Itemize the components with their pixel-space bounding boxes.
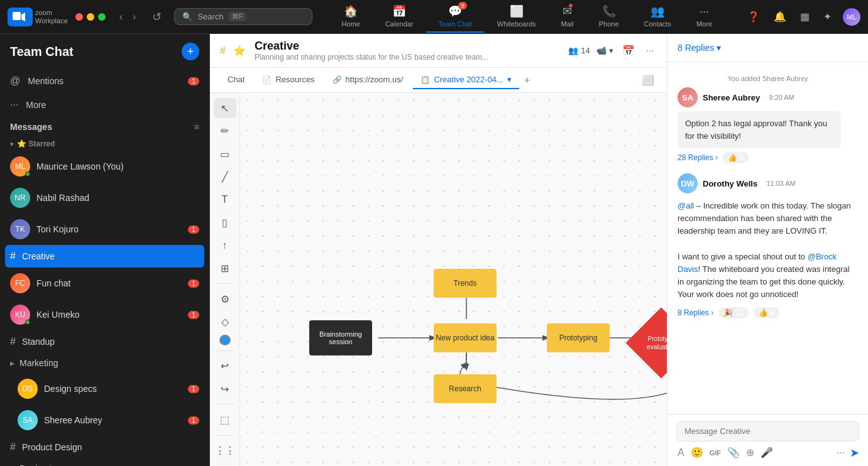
sidebar-item-kei[interactable]: KU Kei Umeko 1 — [0, 299, 209, 330]
attachment-button[interactable]: 📎 — [726, 445, 741, 460]
sidebar-folder-design-team[interactable]: ▸ Design team — [0, 458, 209, 466]
tab-whiteboard[interactable]: 📋 Creative 2022-04... ▾ — [413, 71, 519, 89]
tools-panel: ↖ ✏ ▭ ╱ T ▯ ↑ ⊞ ⚙ ◇ ↩ ↪ ⬚ ⋮⋮ — [210, 93, 240, 466]
tab-contacts[interactable]: 👥 Contacts — [632, 1, 684, 33]
sidebar-item-creative[interactable]: # Creative — [5, 245, 204, 268]
send-button[interactable]: ➤ — [850, 446, 859, 460]
tab-more-label: More — [696, 20, 712, 28]
research-node[interactable]: Research — [434, 374, 497, 403]
back-button[interactable]: ‹ — [116, 9, 126, 25]
layout-button[interactable]: ▦ — [798, 8, 812, 25]
product-design-hash: # — [10, 442, 16, 453]
expand-button[interactable]: ⬜ — [639, 72, 657, 89]
upload-tool[interactable]: ↑ — [214, 235, 236, 255]
table-tool[interactable]: ⊞ — [214, 258, 236, 278]
sidebar-item-product-design[interactable]: # Product Design — [0, 436, 209, 458]
tab-phone[interactable]: 📞 Phone — [586, 1, 632, 33]
line-tool[interactable]: ╱ — [214, 166, 236, 187]
mention-button[interactable]: ⊕ — [745, 445, 755, 460]
resources-label: Resources — [275, 75, 314, 84]
people-icon: 👥 — [568, 46, 578, 55]
smart-tool[interactable]: ⚙ — [214, 289, 236, 309]
prototyping-node[interactable]: Prototyping — [547, 323, 610, 352]
close-dot[interactable] — [75, 13, 83, 21]
thread-message: DW Dorothy Wells 11:03 AM @all – Incredi… — [678, 173, 858, 318]
sidebar-item-nabil[interactable]: NR Nabil Rashad — [0, 182, 209, 214]
sidebar-item-maurice[interactable]: ML Maurice Lawson (You) — [0, 151, 209, 182]
tab-team-chat[interactable]: 💬8 Team Chat — [426, 1, 485, 33]
redo-button[interactable]: ↪ — [214, 379, 236, 399]
shape-tool[interactable]: ◇ — [214, 312, 236, 332]
sidebar-item-fun-chat[interactable]: FC Fun chat 1 — [0, 268, 209, 299]
tori-avatar: TK — [10, 219, 30, 239]
sidebar-item-name: Tori Kojuro — [36, 224, 182, 234]
standup-hash-icon: # — [10, 336, 16, 347]
sidebar-item-more[interactable]: ··· More — [0, 93, 209, 117]
undo-button[interactable]: ↩ — [214, 355, 236, 376]
brainstorm-node[interactable]: Brainstorming session — [309, 320, 372, 355]
replies-toggle-button[interactable]: 8 Replies ▾ — [678, 43, 721, 53]
tab-calendar[interactable]: 📅 Calendar — [373, 1, 426, 33]
sidebar-item-mentions[interactable]: @ Mentions 1 — [0, 69, 209, 93]
format-button[interactable]: A — [676, 446, 686, 460]
starred-section[interactable]: ▾ ⭐ Starred — [0, 134, 209, 151]
new-product-node[interactable]: New product idea — [434, 323, 497, 352]
thread-replies-button-2[interactable]: 8 Replies › — [678, 308, 713, 317]
add-tab-button[interactable]: + — [524, 75, 530, 86]
tab-mail[interactable]: ✉ Mail — [549, 1, 586, 33]
minimize-dot[interactable] — [87, 13, 94, 21]
frames-button[interactable]: ⬚ — [214, 409, 236, 430]
filter-button[interactable]: ≡ — [194, 122, 199, 132]
reaction-fire[interactable]: 👍 6 — [754, 307, 779, 318]
tab-chat[interactable]: Chat — [220, 71, 252, 89]
sidebar-item-standup[interactable]: # Standup — [0, 330, 209, 353]
maximize-dot[interactable] — [98, 13, 106, 21]
thread-reactions: 8 Replies › 🎉 12 👍 6 — [678, 307, 858, 318]
thread-message-text: @all – Incredible work on this today. Th… — [678, 197, 858, 303]
tab-more[interactable]: ··· More — [684, 1, 725, 33]
video-button[interactable]: 📹 ▾ — [596, 46, 613, 55]
rect-tool[interactable]: ▭ — [214, 144, 236, 164]
trends-node[interactable]: Trends — [434, 269, 497, 298]
user-avatar[interactable]: ML — [843, 8, 860, 26]
forward-button[interactable]: › — [129, 9, 140, 25]
contacts-icon: 👥 — [651, 4, 664, 18]
ai-button[interactable]: ✦ — [821, 8, 834, 25]
main-nav: 🏠 Home 📅 Calendar 💬8 Team Chat ⬜ Whitebo… — [329, 1, 725, 33]
canvas-area[interactable]: Yes No Brainstorming s — [240, 93, 667, 466]
draw-tool[interactable]: ✏ — [214, 121, 236, 141]
message-input[interactable] — [676, 421, 859, 442]
tab-whiteboards[interactable]: ⬜ Whiteboards — [485, 1, 549, 33]
tab-link[interactable]: 🔗 https://zoom.us/ — [325, 71, 411, 89]
new-chat-button[interactable]: + — [182, 43, 199, 60]
more-toolbar-button[interactable]: ··· — [835, 446, 846, 460]
audio-button[interactable]: 🎤 — [759, 445, 774, 460]
sidebar-item-sheree[interactable]: SA Sheree Aubrey 1 — [0, 404, 209, 436]
sticky-tool[interactable]: ▯ — [214, 212, 236, 232]
reaction-party[interactable]: 🎉 12 — [718, 307, 749, 318]
search-bar[interactable]: 🔍 Search ⌘F — [174, 8, 312, 25]
whiteboard-tab-icon: 📋 — [420, 75, 430, 84]
more-options-button[interactable]: ··· — [644, 43, 657, 59]
gif-button[interactable]: GIF — [708, 448, 722, 458]
select-tool[interactable]: ↖ — [214, 98, 236, 118]
more-tools-button[interactable]: ⋮⋮ — [214, 441, 236, 461]
sidebar-item-tori[interactable]: TK Tori Kojuro 1 — [0, 214, 209, 245]
calendar-event-button[interactable]: 📅 — [620, 42, 637, 59]
notifications-button[interactable]: 🔔 — [771, 8, 789, 25]
sidebar-folder-marketing[interactable]: ▸ Marketing — [0, 353, 209, 373]
tab-home[interactable]: 🏠 Home — [329, 1, 373, 33]
tab-resources[interactable]: 📄 Resources — [255, 71, 322, 89]
reaction-thumb[interactable]: 👍 8 — [723, 152, 749, 163]
thread-replies-button[interactable]: 28 Replies › — [678, 153, 718, 162]
svg-rect-0 — [13, 12, 21, 20]
fun-chat-avatar: FC — [10, 273, 30, 293]
text-tool[interactable]: T — [214, 190, 236, 210]
help-button[interactable]: ❓ — [745, 8, 762, 25]
color-picker[interactable] — [219, 335, 231, 345]
history-button[interactable]: ↺ — [147, 8, 167, 26]
emoji-button[interactable]: 🙂 — [689, 445, 705, 460]
hash-icon: # — [10, 251, 16, 262]
sidebar-item-design-specs[interactable]: DS Design specs 1 — [0, 373, 209, 404]
replies-count-label: 8 Replies — [678, 43, 714, 53]
